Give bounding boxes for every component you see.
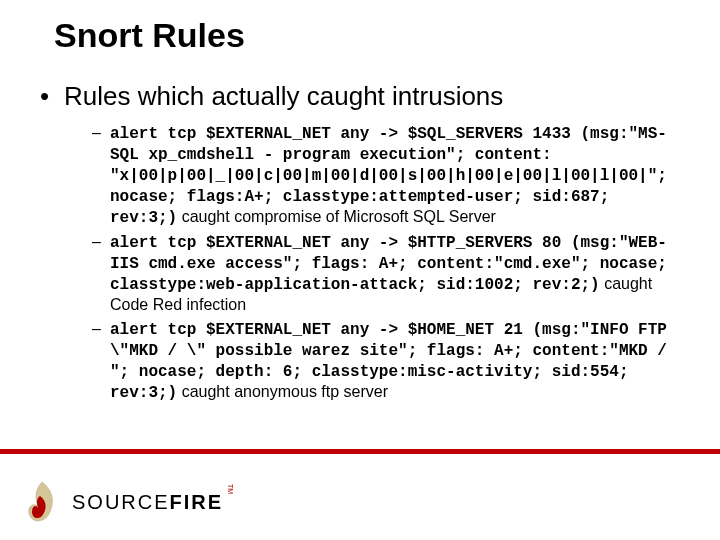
rule-code: alert tcp $EXTERNAL_NET any -> $HTTP_SER… xyxy=(110,234,667,294)
rule-annotation: caught anonymous ftp server xyxy=(182,383,388,400)
main-bullet-text: Rules which actually caught intrusions xyxy=(64,81,503,111)
dash-icon: – xyxy=(92,123,110,143)
bullet-dot-icon: • xyxy=(40,81,64,111)
rule-body: alert tcp $EXTERNAL_NET any -> $SQL_SERV… xyxy=(110,123,668,228)
dash-icon: – xyxy=(92,319,110,339)
divider-bar xyxy=(0,449,720,454)
brand-text: SOURCEFIRE xyxy=(72,491,223,514)
main-bullet: • Rules which actually caught intrusions xyxy=(40,81,668,111)
rule-item: – alert tcp $EXTERNAL_NET any -> $HTTP_S… xyxy=(92,232,668,315)
dash-icon: – xyxy=(92,232,110,252)
rule-item: – alert tcp $EXTERNAL_NET any -> $SQL_SE… xyxy=(92,123,668,228)
trademark-label: TM xyxy=(227,484,234,494)
footer-logo: SOURCEFIRE TM xyxy=(20,478,234,526)
flame-icon xyxy=(20,478,64,526)
rule-annotation: caught compromise of Microsoft SQL Serve… xyxy=(182,208,496,225)
slide-content: • Rules which actually caught intrusions… xyxy=(0,63,720,403)
rule-body: alert tcp $EXTERNAL_NET any -> $HOME_NET… xyxy=(110,319,668,403)
brand-part1: SOURCE xyxy=(72,491,170,513)
rule-body: alert tcp $EXTERNAL_NET any -> $HTTP_SER… xyxy=(110,232,668,315)
rule-item: – alert tcp $EXTERNAL_NET any -> $HOME_N… xyxy=(92,319,668,403)
slide-title: Snort Rules xyxy=(0,0,720,63)
brand-part2: FIRE xyxy=(170,491,224,513)
